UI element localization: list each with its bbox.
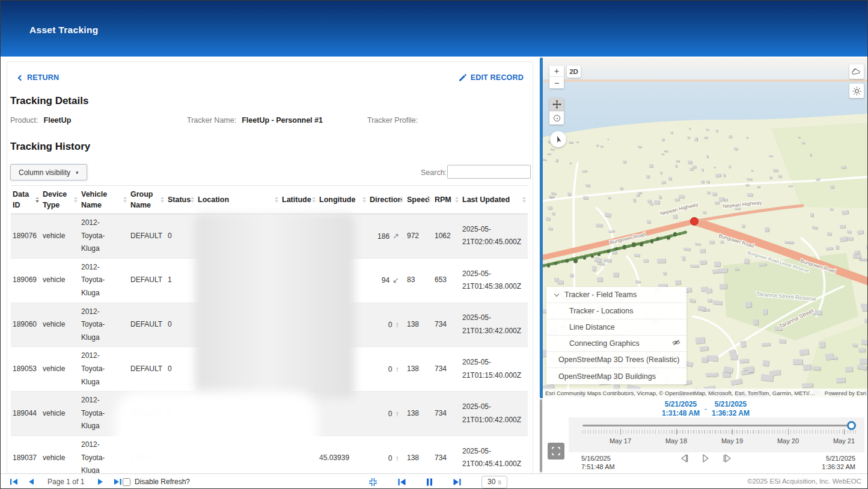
- cell-status: 0: [166, 214, 196, 259]
- time-slider-track[interactable]: [582, 425, 856, 426]
- cell-device-type: vehicle: [41, 435, 79, 473]
- expand-time-slider-button[interactable]: [548, 443, 564, 460]
- expand-icon: [552, 447, 560, 455]
- tracking-history-table: Data ID Device Type Vehicle Name Group N…: [11, 185, 528, 473]
- daylight-widget-button[interactable]: [849, 84, 864, 98]
- compass-button[interactable]: [550, 131, 566, 147]
- col-header-rpm[interactable]: RPM: [433, 186, 460, 214]
- sort-icon: [275, 197, 278, 203]
- edit-record-button[interactable]: EDIT RECORD: [459, 73, 524, 82]
- next-page-button[interactable]: [97, 478, 104, 485]
- cell-group-name: DEFAULT: [129, 214, 166, 259]
- time-range-display: 5/21/20251:31:48 AM - 5/21/20251:36:32 A…: [543, 400, 868, 418]
- direction-arrow-icon: ↗: [393, 232, 399, 241]
- cell-location: [196, 303, 280, 347]
- skip-to-start-button[interactable]: [398, 478, 406, 486]
- cell-rpm: 734: [433, 347, 460, 392]
- layer-item-connecting-graphics[interactable]: Connecting Graphics: [546, 336, 686, 352]
- weather-cloud-icon: [852, 67, 861, 76]
- previous-page-button[interactable]: [28, 478, 34, 485]
- cell-location: [196, 258, 280, 303]
- col-header-group-name[interactable]: Group Name: [129, 186, 166, 214]
- layer-item-line-distance[interactable]: Line Distance: [546, 319, 686, 336]
- first-page-button[interactable]: [10, 478, 18, 485]
- pause-button[interactable]: [426, 478, 433, 486]
- toggle-2d-button[interactable]: 2D: [567, 66, 581, 78]
- table-row[interactable]: 189044 vehicle 2012-Toyota-Kluga DEFAULT…: [11, 392, 528, 436]
- sort-icon: [400, 197, 403, 203]
- layer-item-tracker-field-teams[interactable]: Tracker - Field Teams: [546, 287, 686, 303]
- map-view[interactable]: Nepean Highway Nepean Highway Bungower R…: [543, 58, 868, 398]
- collapse-button[interactable]: [368, 478, 377, 487]
- cell-longitude: [317, 392, 368, 436]
- col-header-location[interactable]: Location: [196, 186, 280, 214]
- layer-item-osm-3d-trees[interactable]: OpenStreetMap 3D Trees (Realistic): [546, 352, 686, 368]
- time-slider-thumb[interactable]: [847, 421, 856, 430]
- tracker-name-field: Tracker Name:FleetUp - Personnel #1: [187, 116, 323, 125]
- cell-latitude: [280, 347, 317, 392]
- col-header-data-id[interactable]: Data ID: [11, 186, 41, 214]
- play-button[interactable]: [701, 454, 711, 463]
- col-header-direction[interactable]: Direction: [368, 186, 405, 214]
- return-button[interactable]: RETURN: [19, 73, 59, 82]
- search-input[interactable]: [447, 165, 531, 179]
- cell-group-name: DEFAULT: [129, 435, 166, 473]
- layer-item-tracker-locations[interactable]: Tracker - Locations: [546, 303, 686, 319]
- col-header-device-type[interactable]: Device Type: [41, 186, 79, 214]
- table-header-row: Data ID Device Type Vehicle Name Group N…: [11, 186, 528, 214]
- chevron-left-icon: [18, 75, 24, 81]
- cell-device-type: vehicle: [41, 258, 79, 303]
- cell-location: [196, 214, 280, 259]
- cell-vehicle-name: 2012-Toyota-Kluga: [79, 392, 129, 436]
- table-row[interactable]: 189053 vehicle 2012-Toyota-Kluga DEFAULT…: [11, 347, 528, 392]
- sort-icon: [35, 197, 39, 203]
- last-page-button[interactable]: [114, 478, 121, 485]
- sort-icon: [455, 197, 459, 203]
- layer-item-osm-3d-buildings[interactable]: OpenStreetMap 3D Buildings: [546, 368, 686, 384]
- copyright-text: ©2025 ESi Acquisition, Inc. WebEOC: [747, 478, 861, 485]
- cell-latitude: [280, 303, 317, 347]
- cell-rpm: 734: [433, 392, 460, 436]
- weather-widget-button[interactable]: [849, 64, 864, 79]
- cell-longitude: 45.03939: [317, 435, 368, 473]
- cell-speed: 138: [405, 392, 433, 436]
- cell-last-updated: 2025-05-21T01:15:40.000Z: [460, 347, 528, 392]
- sun-icon: [852, 87, 861, 96]
- product-field: Product:FleetUp: [10, 116, 71, 125]
- rotate-mode-button[interactable]: [549, 111, 564, 125]
- zoom-in-button[interactable]: +: [549, 66, 564, 77]
- day-tick: [844, 429, 845, 435]
- col-header-speed[interactable]: Speed: [405, 186, 433, 214]
- disable-refresh-checkbox[interactable]: [123, 478, 130, 486]
- cell-direction: 0↑: [368, 347, 405, 392]
- eye-slash-icon[interactable]: [672, 339, 680, 348]
- cell-longitude: [317, 303, 368, 347]
- pan-mode-button[interactable]: [549, 98, 564, 111]
- chevron-down-icon: [554, 291, 559, 296]
- page-title: Asset Tracking: [29, 25, 98, 35]
- step-forward-button[interactable]: [723, 454, 732, 463]
- cell-vehicle-name: 2012-Toyota-Kluga: [79, 258, 129, 303]
- map-attribution: Esri Community Maps Contributors, Vicmap…: [543, 389, 868, 398]
- col-header-vehicle-name[interactable]: Vehicle Name: [79, 186, 129, 214]
- refresh-interval-control[interactable]: 30 s: [481, 476, 507, 488]
- refresh-interval-value: 30: [487, 478, 495, 486]
- zoom-out-button[interactable]: −: [549, 77, 564, 88]
- column-visibility-button[interactable]: Column visibility ▾: [10, 164, 87, 180]
- axis-label: May 19: [711, 437, 753, 444]
- step-back-button[interactable]: [679, 454, 689, 463]
- cell-data-id: 189069: [11, 258, 41, 303]
- page-indicator: Page 1 of 1: [47, 478, 84, 486]
- cell-group-name: DEFAULT: [129, 347, 166, 392]
- col-header-last-updated[interactable]: Last Updated: [460, 186, 528, 214]
- col-header-latitude[interactable]: Latitude: [280, 186, 317, 214]
- table-row[interactable]: 189037 vehicle 2012-Toyota-Kluga DEFAULT…: [11, 435, 528, 473]
- table-row[interactable]: 189076 vehicle 2012-Toyota-Kluga DEFAULT…: [11, 214, 528, 259]
- cell-status: 0: [166, 303, 196, 347]
- skip-to-end-button[interactable]: [453, 478, 461, 486]
- table-row[interactable]: 189060 vehicle 2012-Toyota-Kluga DEFAULT…: [11, 303, 528, 347]
- col-header-longitude[interactable]: Longitude: [317, 186, 368, 214]
- table-row[interactable]: 189069 vehicle 2012-Toyota-Kluga DEFAULT…: [11, 258, 528, 303]
- cell-longitude: [317, 214, 368, 259]
- col-header-status[interactable]: Status: [166, 186, 196, 214]
